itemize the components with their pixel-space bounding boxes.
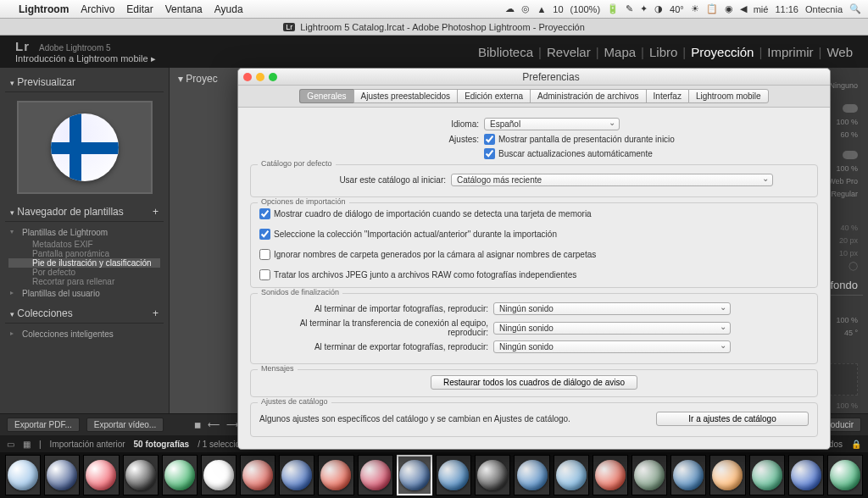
filmstrip-cell[interactable]	[554, 455, 589, 495]
module-revelar[interactable]: Revelar	[547, 45, 591, 59]
menu-help[interactable]: Ayuda	[214, 3, 243, 15]
go-catalog-settings-button[interactable]: Ir a ajustes de catálogo	[656, 412, 809, 426]
text-overlay-toggle[interactable]	[843, 151, 858, 159]
filmstrip-cell[interactable]	[593, 455, 628, 495]
module-mapa[interactable]: Mapa	[604, 45, 637, 59]
add-collection-icon[interactable]: +	[153, 307, 159, 319]
dialog-title: Preferencias	[277, 71, 825, 83]
filmstrip-cell[interactable]	[44, 455, 80, 495]
face-select[interactable]: Regular	[831, 190, 858, 198]
minimize-icon[interactable]	[256, 73, 264, 81]
chk-jpeg-raw[interactable]: Tratar los archivos JPEG junto a archivo…	[259, 269, 809, 280]
tree-default[interactable]: Por defecto	[8, 268, 160, 277]
chk-select-collection[interactable]: Seleccione la colección "Importación act…	[259, 229, 809, 240]
stop-icon[interactable]: ◼	[194, 420, 201, 429]
sound-import-select[interactable]: Ningún sonido	[493, 302, 731, 315]
add-template-icon[interactable]: +	[153, 206, 159, 218]
spotlight-icon[interactable]: 🔍	[849, 3, 861, 14]
grid-icon[interactable]: ▦	[23, 440, 31, 449]
export-pdf-button[interactable]: Exportar PDF...	[7, 418, 80, 432]
filmstrip-cell[interactable]	[475, 455, 510, 495]
filmstrip-cell[interactable]	[123, 455, 159, 495]
filmstrip-cell[interactable]	[358, 455, 393, 495]
filmstrip-cell[interactable]	[5, 455, 41, 495]
wifi-icon[interactable]: ◎	[521, 3, 530, 14]
module-libro[interactable]: Libro	[649, 45, 677, 59]
catalog-settings-text: Algunos ajustes son específicos del catá…	[259, 414, 651, 423]
module-web[interactable]: Web	[826, 45, 853, 59]
lr-header: Lr Adobe Lightroom 5 Introducción a Ligh…	[0, 36, 868, 68]
module-imprimir[interactable]: Imprimir	[767, 45, 813, 59]
module-proyeccion[interactable]: Proyección	[691, 45, 754, 59]
filmstrip-cell[interactable]	[827, 455, 863, 495]
filmstrip-cell[interactable]	[279, 455, 314, 495]
tab-presets[interactable]: Ajustes preestablecidos	[353, 89, 458, 103]
preferences-dialog: Preferencias Generales Ajustes preestabl…	[237, 68, 831, 447]
filmstrip-cell[interactable]	[670, 455, 706, 495]
filmstrip-cell[interactable]	[318, 455, 353, 495]
filmstrip-cell[interactable]	[632, 455, 667, 495]
filmstrip-cell[interactable]	[788, 455, 824, 495]
zoom-icon[interactable]	[269, 73, 277, 81]
filmstrip-cell[interactable]	[83, 455, 119, 495]
tab-external-editing[interactable]: Edición externa	[457, 89, 530, 103]
prev-icon[interactable]: ⟵	[208, 420, 220, 429]
center-area: ▾ Proyec Preferencias Generales Ajustes …	[170, 68, 698, 413]
filmstrip-cell[interactable]	[514, 455, 549, 495]
user-name[interactable]: Ontecnia	[805, 4, 843, 14]
filmstrip[interactable]	[0, 452, 868, 498]
stars-toggle[interactable]	[843, 104, 858, 113]
collections-header[interactable]: ▾ Colecciones +	[5, 304, 164, 324]
filmstrip-cell[interactable]	[201, 455, 236, 495]
sound-tether-select[interactable]: Ningún sonido	[493, 322, 731, 335]
reset-warnings-button[interactable]: Restaurar todos los cuadros de diálogo d…	[431, 375, 637, 390]
preview-header[interactable]: ▾ Previsualizar	[5, 73, 164, 92]
tab-generales[interactable]: Generales	[299, 89, 353, 103]
menu-edit[interactable]: Editar	[126, 3, 153, 15]
tab-lightroom-mobile[interactable]: Lightroom mobile	[688, 89, 769, 103]
clock-day: mié	[754, 4, 769, 14]
language-label: Idioma:	[250, 119, 479, 129]
chk-splash[interactable]: Mostrar pantalla de presentación durante…	[484, 134, 675, 145]
export-video-button[interactable]: Exportar vídeo...	[86, 418, 164, 432]
dialog-titlebar[interactable]: Preferencias	[238, 69, 830, 86]
module-biblioteca[interactable]: Biblioteca	[478, 45, 533, 59]
source-label[interactable]: Importación anterior	[50, 440, 125, 449]
tab-interface[interactable]: Interfaz	[646, 89, 688, 103]
sound-export-select[interactable]: Ningún sonido	[493, 340, 731, 353]
tree-crop-fill[interactable]: Recortar para rellenar	[8, 277, 160, 286]
filmstrip-cell[interactable]	[749, 455, 785, 495]
tree-exif[interactable]: Metadatos EXIF	[8, 240, 160, 249]
second-window-icon[interactable]: ▭	[7, 440, 14, 449]
language-select[interactable]: Español	[484, 118, 620, 130]
product-name: Adobe Lightroom 5	[39, 43, 111, 53]
cloud-icon[interactable]: ☁	[505, 3, 515, 14]
default-catalog-select[interactable]: Catálogo más reciente	[451, 174, 773, 186]
tab-file-handling[interactable]: Administración de archivos	[530, 89, 646, 103]
filmstrip-cell[interactable]	[709, 455, 745, 495]
fs-default-catalog: Catálogo por defecto	[258, 159, 336, 168]
tree-caption-rating[interactable]: Pie de ilustración y clasificación	[8, 258, 160, 268]
filmstrip-cell[interactable]	[240, 455, 275, 495]
tree-lightroom-templates[interactable]: Plantillas de Lightroom	[8, 225, 160, 240]
status-icon[interactable]: ▲	[537, 4, 546, 14]
chk-import-dialog[interactable]: Mostrar cuadro de diálogo de importación…	[259, 208, 809, 219]
filmstrip-cell[interactable]	[397, 455, 432, 495]
filter-lock-icon[interactable]: 🔒	[851, 440, 861, 449]
tree-user-templates[interactable]: Plantillas del usuario	[8, 286, 160, 301]
menu-window[interactable]: Ventana	[165, 3, 203, 15]
filmstrip-cell[interactable]	[162, 455, 198, 495]
app-name[interactable]: Lightroom	[19, 3, 69, 15]
fs-catalog-settings: Ajustes de catálogo	[258, 397, 331, 406]
template-browser-header[interactable]: ▾ Navegador de plantillas +	[5, 202, 164, 222]
dialog-tabs: Generales Ajustes preestablecidos Edició…	[238, 86, 830, 108]
close-icon[interactable]	[243, 73, 252, 81]
menu-file[interactable]: Archivo	[81, 3, 114, 15]
filmstrip-cell[interactable]	[436, 455, 471, 495]
smart-collections[interactable]: Colecciones inteligentes	[8, 327, 160, 341]
chk-updates[interactable]: Buscar actualizaciones automáticamente	[484, 148, 653, 159]
intro-link[interactable]: Introducción a Lightroom mobile ▸	[15, 53, 156, 64]
tree-panoramic[interactable]: Pantalla panorámica	[8, 249, 160, 258]
chk-ignore-folder-names[interactable]: Ignorar nombres de carpeta generados por…	[259, 249, 809, 260]
window-title: Lightroom 5 Catalog.lrcat - Adobe Photos…	[300, 22, 585, 32]
